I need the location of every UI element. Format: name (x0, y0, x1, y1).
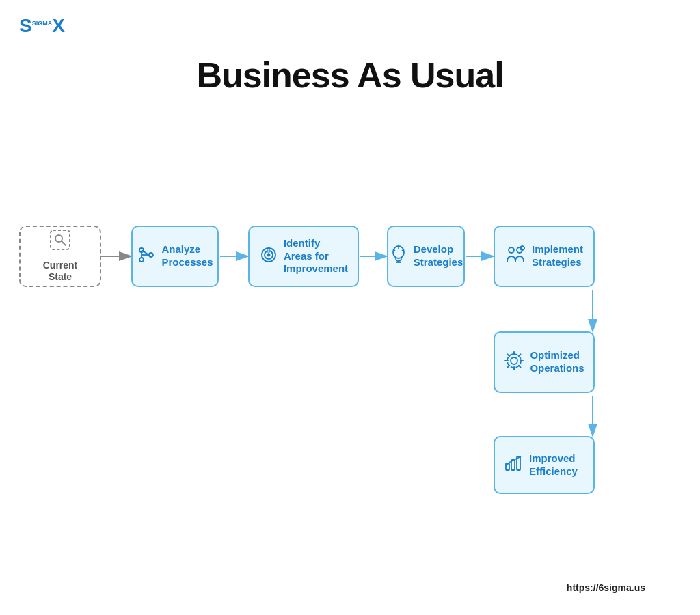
develop-label: Develop Strategies (414, 243, 463, 269)
people-icon (504, 244, 526, 269)
svg-rect-8 (51, 230, 70, 249)
branches-icon (137, 245, 156, 268)
node-develop: Develop Strategies (387, 226, 465, 287)
chart-icon (504, 454, 524, 476)
svg-line-39 (519, 365, 521, 367)
diagram: Current State Analyze Processes (0, 184, 700, 499)
svg-point-32 (511, 357, 517, 364)
svg-line-23 (394, 249, 395, 251)
footer-url: https://6sigma.us (567, 582, 645, 593)
node-improved: Improved Efficiency (494, 436, 595, 494)
search-icon (49, 229, 71, 254)
svg-line-38 (508, 354, 510, 356)
implement-label: Implement Strategies (532, 243, 584, 269)
logo-s: S (19, 15, 31, 37)
svg-line-40 (519, 354, 521, 356)
node-identify: Identify Areas for Improvement (248, 226, 359, 287)
svg-line-10 (62, 241, 66, 245)
svg-point-25 (509, 247, 514, 253)
optimized-label: Optimized Operations (530, 349, 584, 375)
node-optimized: Optimized Operations (494, 331, 595, 393)
improved-label: Improved Efficiency (529, 452, 584, 478)
identify-label: Identify Areas for Improvement (284, 237, 348, 275)
current-state-label: Current State (30, 260, 90, 284)
logo-x: X (52, 15, 65, 37)
logo: S SIGMA X (19, 15, 65, 37)
svg-line-41 (508, 365, 510, 367)
analyze-label: Analyze Processes (161, 243, 213, 269)
node-analyze: Analyze Processes (131, 226, 219, 287)
target-icon (259, 245, 278, 268)
lightbulb-icon (389, 244, 408, 269)
svg-point-13 (149, 253, 153, 257)
page-title: Business As Usual (0, 55, 700, 96)
gear-icon (504, 351, 524, 374)
logo-sigma: SIGMA (32, 20, 53, 27)
svg-line-24 (402, 249, 403, 251)
node-implement: Implement Strategies (494, 226, 595, 287)
node-current-state: Current State (19, 226, 101, 287)
svg-point-12 (139, 258, 144, 262)
